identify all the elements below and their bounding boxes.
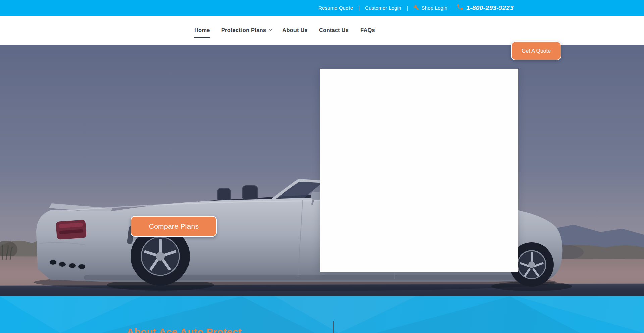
nav-label-about-us: About Us (282, 27, 308, 38)
nav-item-contact-us[interactable]: Contact Us (319, 23, 349, 38)
quote-form-panel (320, 69, 518, 272)
nav-label-protection-plans: Protection Plans (221, 27, 266, 38)
nav-label-home: Home (194, 27, 210, 38)
nav-list: Home Protection Plans About Us Contact U… (194, 16, 375, 45)
nav-item-home[interactable]: Home (194, 23, 210, 38)
about-heading: About Ace Auto Protect (127, 326, 242, 333)
resume-quote-link[interactable]: Resume Quote (318, 5, 353, 11)
lowpoly-background-pattern (0, 296, 644, 333)
shop-login-label: Shop Login (421, 5, 447, 11)
get-a-quote-button[interactable]: Get A Quote (511, 41, 561, 60)
about-section: About Ace Auto Protect (0, 296, 644, 333)
nav-item-faqs[interactable]: FAQs (360, 23, 375, 38)
page: Resume Quote | Customer Login | Shop Log… (0, 0, 644, 333)
phone-icon (456, 3, 464, 12)
customer-login-link[interactable]: Customer Login (365, 5, 401, 11)
topbar-links: Resume Quote | Customer Login | Shop Log… (126, 3, 518, 12)
main-navigation: Home Protection Plans About Us Contact U… (0, 16, 644, 45)
nav-item-protection-plans[interactable]: Protection Plans (221, 23, 271, 38)
topbar: Resume Quote | Customer Login | Shop Log… (0, 0, 644, 16)
chevron-down-icon (269, 27, 272, 31)
nav-label-contact-us: Contact Us (319, 27, 349, 38)
nav-item-about-us[interactable]: About Us (282, 23, 308, 38)
nav-label-faqs: FAQs (360, 27, 375, 38)
hero-section: Compare Plans (0, 45, 644, 296)
topbar-separator: | (358, 5, 360, 11)
shop-login-link[interactable]: Shop Login (413, 5, 447, 11)
wrench-icon (413, 5, 419, 11)
phone-number: 1-800-293-9223 (466, 4, 514, 12)
vertical-divider (333, 321, 334, 333)
phone-link[interactable]: 1-800-293-9223 (456, 3, 514, 12)
topbar-separator: | (407, 5, 408, 11)
compare-plans-button[interactable]: Compare Plans (131, 216, 217, 237)
